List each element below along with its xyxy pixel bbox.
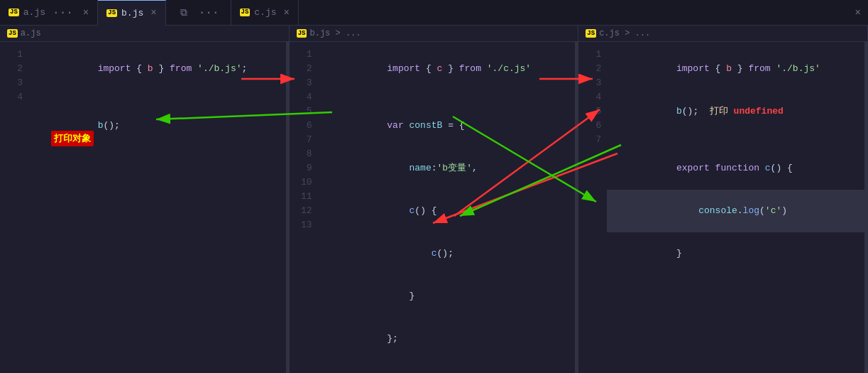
code-line-b-8: }; [318,318,576,360]
breadcrumb-ajs: JS a.js [0,26,289,42]
tab-split-dots[interactable]: ··· [196,6,222,19]
tab-bjs-label: b.js [121,8,143,18]
code-line-c-2: b(); 打印 undefined [607,90,864,133]
breadcrumb-bjs: JS b.js > ... [290,26,578,42]
code-line-b-6: c(); [318,232,576,275]
split-editor-icon[interactable]: ⧉ [175,7,193,18]
editor-container: JS a.js ··· × JS b.js × ⧉ ··· JS c.js × … [0,0,868,373]
ln-b-2: 2 [290,62,318,76]
ln-c-4: 4 [578,90,607,104]
ln-c-7: 7 [578,133,607,147]
editors-row: JS a.js 1 2 3 4 import { b } from './b.j… [0,26,868,373]
ln-a-4: 4 [0,90,28,104]
code-line-a-1: import { b } from './b.js'; [28,48,286,90]
code-line-a-3: b(); [28,104,286,147]
ln-c-3: 3 [578,76,607,90]
code-line-b-7: } [318,275,576,318]
ln-b-9: 9 [290,161,318,175]
ln-c-1: 1 [578,48,607,62]
tab-bjs-close[interactable]: × [150,7,156,18]
scrollbar-ajs[interactable] [286,42,289,373]
js-icon-b: JS [106,9,117,17]
js-icon-a: JS [9,9,19,16]
line-numbers-bjs: 1 2 3 4 5 6 7 8 9 10 11 12 13 [290,42,318,373]
tab-ajs-label: a.js [23,7,45,18]
code-line-b-5: c() { [318,190,576,232]
code-area-cjs: 1 2 3 4 5 6 7 import { b } from './b.js'… [578,42,867,373]
ln-c-6: 6 [578,119,607,133]
js-icon-c: JS [240,9,251,16]
ln-a-1: 1 [0,48,28,62]
code-line-c-1: import { b } from './b.js' [607,48,864,90]
js-icon-bread-c: JS [586,29,596,38]
line-numbers-cjs: 1 2 3 4 5 6 7 [578,42,607,373]
tabs-bar: JS a.js ··· × JS b.js × ⧉ ··· JS c.js × … [0,0,868,26]
ln-a-2: 2 [0,62,28,76]
js-icon-bread-b: JS [297,29,307,38]
tab-ajs-close[interactable]: × [83,7,89,18]
breadcrumb-bjs-label: b.js > ... [309,28,361,38]
scrollbar-bjs[interactable] [575,42,578,373]
breadcrumb-ajs-label: a.js [21,28,41,38]
breadcrumb-cjs: JS c.js > ... [578,26,867,42]
ln-b-10: 10 [290,175,318,190]
ln-b-8: 8 [290,147,318,161]
tab-cjs-close[interactable]: × [284,7,290,18]
ln-b-3: 3 [290,76,318,90]
code-area-ajs: 1 2 3 4 import { b } from './b.js'; b(); [0,42,289,373]
ln-b-13: 13 [290,218,318,232]
panel-close-icon[interactable]: × [848,7,868,18]
ln-c-5: 5 [578,104,607,119]
code-line-b-2 [318,90,576,104]
code-line-b-9 [318,360,576,373]
panel-bjs: JS b.js > ... 1 2 3 4 5 6 7 8 9 10 11 12 [290,26,579,373]
scrollbar-cjs[interactable] [864,42,867,373]
code-line-c-7 [607,275,864,289]
code-line-b-1: import { c } from './c.js' [318,48,576,90]
code-line-c-6: } [607,232,864,275]
code-line-c-5: console.log('c') [607,190,864,232]
ln-b-12: 12 [290,204,318,218]
tab-bjs[interactable]: JS b.js × [98,0,165,26]
code-lines-bjs[interactable]: import { c } from './c.js' var constB = … [318,42,576,373]
tab-ajs-dots[interactable]: ··· [50,6,76,19]
breadcrumb-cjs-label: c.js > ... [599,28,650,38]
js-icon-bread-a: JS [7,29,18,38]
code-lines-cjs[interactable]: import { b } from './b.js' b(); 打印 undef… [607,42,864,373]
code-line-c-3 [607,133,864,147]
ln-a-3: 3 [0,76,28,90]
tab-cjs-label: c.js [254,7,276,18]
ln-c-2: 2 [578,62,607,76]
code-area-bjs: 1 2 3 4 5 6 7 8 9 10 11 12 13 import { [290,42,578,373]
code-lines-ajs[interactable]: import { b } from './b.js'; b(); [28,42,286,373]
code-line-c-4: export function c() { [607,147,864,190]
ln-b-1: 1 [290,48,318,62]
panel-ajs: JS a.js 1 2 3 4 import { b } from './b.j… [0,26,290,373]
ln-b-5: 5 [290,104,318,119]
code-line-b-4: name:'b变量', [318,147,576,190]
ln-b-7: 7 [290,133,318,147]
tab-split[interactable]: ⧉ ··· [166,0,231,26]
tab-ajs[interactable]: JS a.js ··· × [0,0,98,26]
code-line-b-3: var constB = { [318,104,576,147]
panel-cjs: JS c.js > ... 1 2 3 4 5 6 7 import { b }… [578,26,868,373]
code-line-a-2 [28,90,286,104]
line-numbers-ajs: 1 2 3 4 [0,42,28,373]
code-line-a-4 [28,147,286,161]
tab-cjs[interactable]: JS c.js × [231,0,299,26]
ln-b-4: 4 [290,90,318,104]
ln-b-11: 11 [290,190,318,204]
ln-b-6: 6 [290,119,318,133]
